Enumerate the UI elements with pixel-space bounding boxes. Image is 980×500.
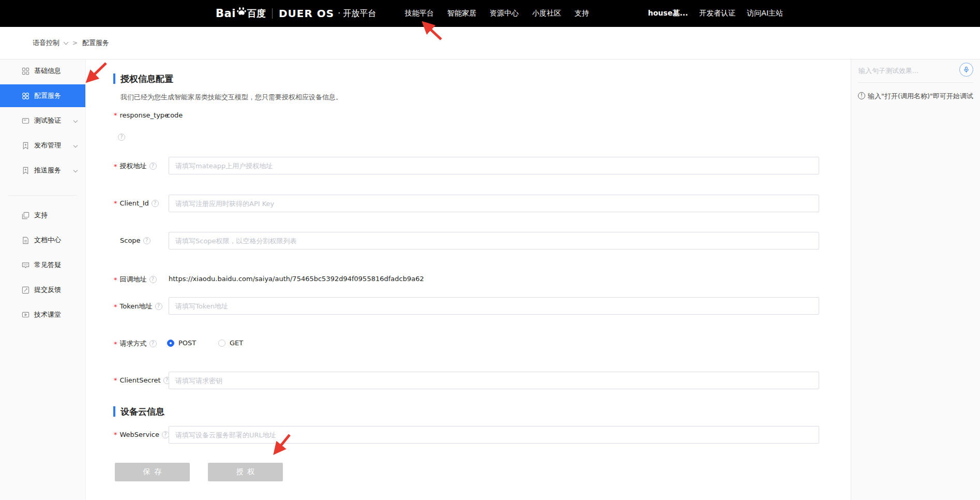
field-label-token-url: Token地址 (120, 302, 153, 311)
sidebar-link-label: 技术课堂 (34, 310, 61, 319)
form-row-callback-url: * 回调地址 ? https://xiaodu.baidu.com/saiya/… (86, 270, 851, 288)
client-id-input[interactable] (169, 195, 819, 212)
help-icon[interactable]: ? (149, 276, 157, 283)
breadcrumb-skill-name[interactable]: 语音控制 (33, 38, 59, 48)
sidebar-item-label: 基础信息 (34, 66, 61, 76)
authorize-button[interactable]: 授权 (208, 463, 283, 481)
sidebar-item-label: 发布管理 (34, 141, 61, 150)
page: Bai 百度 DUER OS · 开放平台 技能平台 智能家居 资源中心 小度社… (0, 0, 980, 500)
help-icon[interactable]: ? (152, 200, 159, 207)
breadcrumb: 语音控制 > 配置服务 (33, 38, 109, 48)
test-input-placeholder: 输入句子测试效果... (858, 66, 918, 76)
form-row-auth-url: * 授权地址 ? (86, 157, 851, 174)
chevron-down-icon (73, 168, 78, 172)
scope-input[interactable] (169, 232, 819, 249)
help-icon[interactable]: ? (143, 237, 150, 244)
section-title-device-cloud: 设备云信息 (113, 406, 164, 417)
field-label-auth-url: 授权地址 (120, 161, 147, 171)
sidebar-item-basic-info[interactable]: 基础信息 (0, 60, 85, 82)
sidebar-item-publish-manage[interactable]: 发布管理 (0, 134, 85, 157)
help-icon[interactable]: ? (155, 303, 162, 310)
required-asterisk: * (114, 276, 117, 284)
sidebar-item-push-service[interactable]: 推送服务 (0, 159, 85, 182)
dueros-logo-text: DUER OS (279, 7, 334, 20)
help-icon[interactable]: ? (162, 431, 169, 438)
field-label-response-type: response_type (120, 111, 169, 119)
microphone-icon[interactable] (959, 63, 973, 77)
nav-item-resource-center[interactable]: 资源中心 (490, 9, 519, 18)
callback-url-value: https://xiaodu.baidu.com/saiya/auth/7546… (169, 275, 424, 283)
test-panel-hint: ! 输入"打开(调用名称)"即可开始调试 (858, 92, 974, 100)
form-row-request-method: * 请求方式 ? POST GET (86, 334, 851, 352)
form-row-client-secret: * ClientSecret ? (86, 372, 851, 389)
required-asterisk: * (114, 199, 117, 207)
radio-unselected-icon[interactable] (218, 340, 225, 347)
token-url-input[interactable] (169, 297, 819, 315)
client-secret-input[interactable] (169, 372, 819, 389)
field-label-request-method: 请求方式 (120, 339, 147, 348)
publish-icon (22, 142, 29, 150)
help-icon[interactable]: ? (118, 134, 125, 141)
baidu-dueros-logo[interactable]: Bai 百度 DUER OS · 开放平台 (216, 0, 376, 27)
document-icon (22, 237, 29, 244)
grid-icon (22, 67, 29, 75)
breadcrumb-current-page: 配置服务 (82, 38, 109, 48)
section-title-auth-config: 授权信息配置 (113, 73, 173, 84)
help-icon[interactable]: ? (149, 163, 157, 170)
web-service-input[interactable] (169, 426, 819, 444)
sidebar-link-doc-center[interactable]: 文档中心 (0, 229, 85, 252)
config-icon (22, 92, 29, 100)
account-username[interactable]: house墓... (648, 9, 688, 18)
baidu-paw-icon (236, 6, 247, 17)
sidebar-item-label: 配置服务 (34, 91, 61, 100)
required-asterisk: * (114, 303, 117, 311)
form-row-client-id: * Client_Id ? (86, 195, 851, 212)
sidebar-divider (8, 195, 77, 196)
top-navbar: Bai 百度 DUER OS · 开放平台 技能平台 智能家居 资源中心 小度社… (0, 0, 980, 27)
radio-post[interactable]: POST (167, 339, 196, 347)
required-asterisk: * (114, 340, 117, 348)
test-panel: 输入句子测试效果... ! 输入"打开(调用名称)"即可开始调试 (851, 60, 980, 500)
nav-item-smart-home[interactable]: 智能家居 (447, 9, 476, 18)
help-icon[interactable]: ? (149, 340, 157, 347)
form-row-response-type: * response_type code (86, 111, 851, 122)
nav-item-skill-platform[interactable]: 技能平台 (405, 9, 434, 18)
test-panel-divider (858, 82, 973, 83)
chevron-down-icon[interactable] (64, 39, 69, 45)
sidebar-item-test-verify[interactable]: 测试验证 (0, 109, 85, 132)
breadcrumb-bar: 语音控制 > 配置服务 (0, 27, 980, 60)
required-asterisk: * (114, 111, 117, 119)
chevron-down-icon (73, 119, 78, 123)
sidebar-links: 支持 文档中心 常见答疑 (0, 204, 85, 326)
auth-url-input[interactable] (169, 157, 819, 174)
developer-cert-link[interactable]: 开发者认证 (699, 9, 735, 18)
radio-selected-icon[interactable] (167, 340, 174, 347)
save-button[interactable]: 保存 (115, 463, 190, 481)
radio-post-label: POST (178, 339, 196, 347)
test-icon (22, 117, 29, 125)
required-asterisk: * (114, 163, 117, 170)
sidebar-link-tech-class[interactable]: 技术课堂 (0, 303, 85, 326)
sidebar-link-label: 支持 (34, 211, 48, 220)
form-row-scope: Scope ? (86, 232, 851, 249)
open-platform-text: · 开放平台 (338, 8, 376, 19)
sidebar-link-faq[interactable]: 常见答疑 (0, 254, 85, 276)
radio-get[interactable]: GET (218, 339, 243, 347)
sidebar-link-support[interactable]: 支持 (0, 204, 85, 227)
field-label-client-id: Client_Id (120, 199, 149, 207)
form-row-web-service: * WebService ? (86, 426, 851, 444)
left-sidebar: 基础信息 配置服务 测试验证 发布管理 (0, 60, 86, 500)
sidebar-link-label: 提交反馈 (34, 285, 61, 295)
nav-item-support[interactable]: 支持 (575, 9, 589, 18)
main-content: 授权信息配置 我们已经为您生成智能家居类技能交互模型，您只需要授权相应设备信息。… (86, 60, 851, 500)
response-type-value: code (167, 111, 183, 119)
required-asterisk: * (114, 431, 117, 438)
info-icon: ! (858, 92, 865, 99)
visit-ai-site-link[interactable]: 访问AI主站 (747, 9, 783, 18)
nav-item-xiaodu-community[interactable]: 小度社区 (532, 9, 561, 18)
sidebar-link-feedback[interactable]: 提交反馈 (0, 278, 85, 301)
field-label-client-secret: ClientSecret (120, 376, 161, 384)
sidebar-item-config-service[interactable]: 配置服务 (0, 84, 85, 107)
field-label-web-service: WebService (120, 431, 159, 438)
section-description: 我们已经为您生成智能家居类技能交互模型，您只需要授权相应设备信息。 (120, 93, 342, 102)
